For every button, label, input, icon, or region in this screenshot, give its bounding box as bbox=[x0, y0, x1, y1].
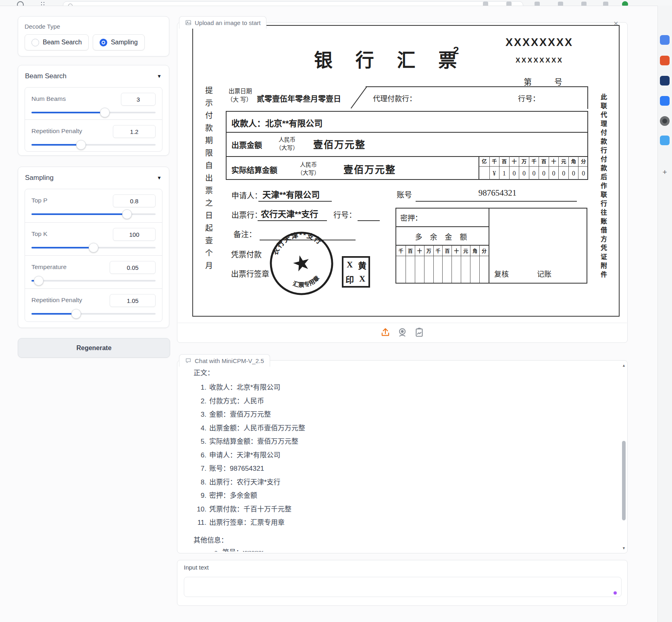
parameter-row: Repetition Penalty1.05 bbox=[25, 288, 162, 321]
radio-sampling[interactable]: Sampling bbox=[93, 34, 145, 50]
regenerate-button[interactable]: Regenerate bbox=[18, 338, 170, 358]
draft-review-label: 复核 bbox=[494, 268, 509, 279]
grid-header-cell: 百 bbox=[406, 246, 415, 256]
input-textbox[interactable] bbox=[184, 577, 622, 597]
add-icon[interactable]: + bbox=[660, 167, 670, 177]
grid-header-cell: 分 bbox=[479, 246, 489, 256]
chat-bubble-icon[interactable] bbox=[660, 96, 670, 106]
textarea-resize-handle[interactable] bbox=[614, 591, 617, 595]
scroll-up-icon[interactable]: ▲ bbox=[621, 363, 627, 367]
camera-icon[interactable] bbox=[660, 116, 670, 126]
bullet-icon: o bbox=[214, 547, 217, 552]
draft-agent-bank-label: 代理付款行： bbox=[373, 93, 416, 103]
sampling-accordion-header[interactable]: Sampling ▼ bbox=[18, 167, 169, 185]
draft-account-value: 987654321 bbox=[419, 188, 576, 198]
grid-header-cell: 元 bbox=[558, 156, 568, 167]
chat-panel-legend: Chat with MiniCPM-V_2.5 bbox=[179, 354, 270, 367]
extensions-icon[interactable] bbox=[535, 2, 540, 6]
slider-track[interactable] bbox=[31, 247, 156, 248]
parameter-label: Repetition Penalty bbox=[31, 125, 82, 135]
paste-image-icon[interactable] bbox=[414, 327, 424, 338]
grid-value-cell bbox=[406, 256, 415, 283]
menu-icon[interactable] bbox=[603, 2, 608, 6]
download-icon[interactable] bbox=[483, 2, 488, 6]
draft-settle-label: 实际结算金额 bbox=[231, 164, 277, 175]
browser-toolbar bbox=[0, 0, 672, 6]
grid-value-cell: 0 bbox=[529, 167, 539, 180]
webcam-icon[interactable] bbox=[397, 327, 408, 338]
slider-handle[interactable] bbox=[34, 276, 44, 286]
slider-fill bbox=[31, 144, 81, 146]
grid-header-cell: 十 bbox=[549, 156, 559, 167]
draft-currency-block: 人民币（大写） bbox=[276, 135, 298, 151]
radio-beam-search[interactable]: Beam Search bbox=[25, 34, 89, 50]
slider-handle[interactable] bbox=[100, 108, 110, 117]
grid-header-cell: 分 bbox=[578, 156, 588, 167]
bookmark-icon[interactable] bbox=[660, 35, 670, 45]
bird-icon[interactable] bbox=[660, 136, 670, 145]
grid-header-cell: 万 bbox=[424, 246, 433, 256]
slider-fill bbox=[31, 313, 76, 315]
slider-fill bbox=[31, 247, 94, 248]
grid-value-cell: 1 bbox=[499, 167, 509, 180]
grid-value-cell: 0 bbox=[568, 167, 578, 180]
shopping-icon[interactable] bbox=[660, 56, 670, 65]
decode-type-options: Beam Search Sampling bbox=[25, 34, 162, 50]
slider-track[interactable] bbox=[31, 144, 156, 146]
close-icon[interactable]: × bbox=[614, 19, 618, 27]
history-icon[interactable] bbox=[17, 1, 24, 6]
settings-icon[interactable] bbox=[581, 2, 587, 6]
tools-icon[interactable] bbox=[660, 76, 670, 86]
bookmark-star-icon[interactable] bbox=[506, 2, 512, 6]
parameter-value-input[interactable]: 1.2 bbox=[113, 125, 156, 138]
draft-surplus-label: 多 余 金 额 bbox=[396, 231, 489, 242]
scroll-down-icon[interactable]: ▼ bbox=[621, 546, 627, 550]
site-info-icon[interactable] bbox=[68, 4, 73, 6]
slider-handle[interactable] bbox=[76, 140, 86, 150]
slider-track[interactable] bbox=[31, 213, 156, 215]
draft-applicant-value: 天津**有限公司 bbox=[262, 188, 320, 200]
grid-header-cell: 万 bbox=[519, 156, 529, 167]
slider-handle[interactable] bbox=[89, 243, 98, 253]
chevron-down-icon[interactable]: ▼ bbox=[157, 73, 162, 79]
split-screen-icon[interactable] bbox=[558, 2, 563, 6]
parameter-value-input[interactable]: 100 bbox=[113, 228, 156, 241]
draft-drawer-value: 农行天津**支行 bbox=[261, 207, 318, 219]
upload-icon[interactable] bbox=[380, 327, 391, 338]
chat-heading: 正文： bbox=[193, 367, 619, 377]
chat-panel-legend-text: Chat with MiniCPM-V_2.5 bbox=[195, 357, 264, 364]
grid-value-cell: 0 bbox=[539, 167, 549, 180]
parameter-value-input[interactable]: 1.05 bbox=[110, 294, 156, 307]
slider-handle[interactable] bbox=[71, 309, 81, 319]
chat-list-item: 6.申请人：天津*有限公司 bbox=[193, 449, 619, 462]
slider-fill bbox=[31, 213, 127, 215]
chat-list-item: 5.实际结算金额：壹佰万万元整 bbox=[193, 435, 619, 449]
app-screen: + Decode Type Beam Search Sampling Beam … bbox=[0, 0, 672, 622]
grid-header-cell: 百 bbox=[499, 156, 509, 167]
chat-list-item: 10.凭票付款：千百十万千元整 bbox=[193, 503, 619, 516]
draft-square-seal: X黄印X bbox=[342, 256, 370, 288]
slider-track[interactable] bbox=[31, 313, 156, 315]
apps-grid-icon[interactable] bbox=[40, 1, 46, 6]
radio-off-icon[interactable] bbox=[31, 39, 39, 46]
grid-value-cell: 0 bbox=[549, 167, 559, 180]
grid-header-cell: 千 bbox=[433, 246, 443, 256]
parameter-value-input[interactable]: 0.8 bbox=[113, 194, 156, 207]
beam-search-accordion-header[interactable]: Beam Search ▼ bbox=[18, 65, 169, 83]
draft-main-table: 收款人：北京**有限公司 出票金额 人民币（大写） 壹佰万元整 实际结算金额 人… bbox=[226, 111, 588, 180]
browser-sidebar: + bbox=[657, 6, 672, 622]
chat-list-item: 1.收款人：北京*有限公司 bbox=[193, 381, 619, 394]
address-bar[interactable] bbox=[63, 1, 523, 6]
grid-value-cell bbox=[461, 256, 470, 283]
slider-handle[interactable] bbox=[122, 209, 132, 219]
image-icon bbox=[185, 19, 191, 26]
scrollbar-thumb[interactable] bbox=[622, 441, 626, 520]
parameter-value-input[interactable]: 3 bbox=[121, 93, 156, 106]
radio-on-icon[interactable] bbox=[100, 39, 107, 46]
slider-track[interactable] bbox=[31, 280, 156, 282]
chat-scrollbar[interactable]: ▲ ▼ bbox=[621, 361, 627, 553]
profile-avatar[interactable] bbox=[622, 1, 628, 6]
chevron-down-icon[interactable]: ▼ bbox=[157, 175, 162, 181]
parameter-value-input[interactable]: 0.05 bbox=[110, 261, 156, 274]
slider-track[interactable] bbox=[31, 112, 156, 113]
